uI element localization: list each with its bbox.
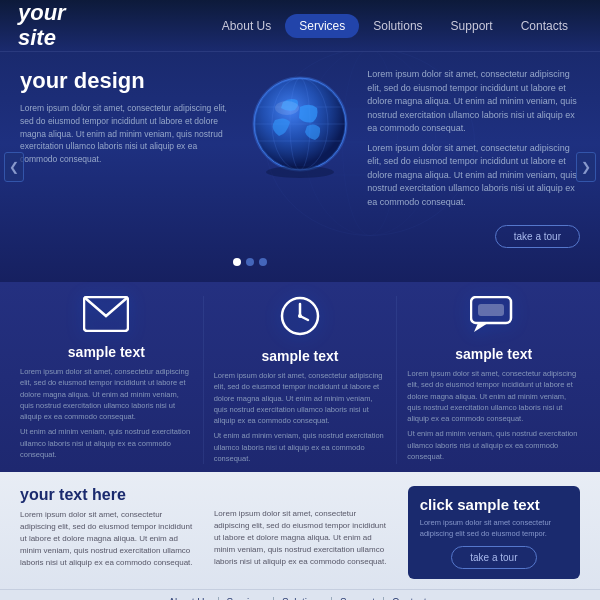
chat-icon [407, 296, 580, 342]
footer-nav: About Us Services Solutions Support Cont… [10, 597, 590, 601]
nav-item-support[interactable]: Support [437, 14, 507, 38]
bottom-section: your text here Lorem ipsum dolor sit ame… [0, 472, 600, 589]
header: your site About Us Services Solutions Su… [0, 0, 600, 52]
footer-nav-services[interactable]: Services [219, 597, 274, 601]
nav-item-solutions[interactable]: Solutions [359, 14, 436, 38]
hero-next-arrow[interactable]: ❯ [576, 152, 596, 182]
bottom-left-title: your text here [20, 486, 198, 504]
feature-text1-1: Lorem ipsum dolor sit amet, consectetur … [20, 366, 193, 422]
nav-item-services[interactable]: Services [285, 14, 359, 38]
hero-tour-button[interactable]: take a tour [495, 225, 580, 248]
features-grid: sample text Lorem ipsum dolor sit amet, … [20, 296, 580, 464]
feature-text1-2: Lorem ipsum dolor sit amet, consectetur … [214, 370, 387, 426]
feature-col-1: sample text Lorem ipsum dolor sit amet, … [20, 296, 204, 464]
hero-dot-2[interactable] [246, 258, 254, 266]
hero-globe-container [233, 68, 367, 182]
hero-right-text2: Lorem ipsum dolor sit amet, consectetur … [367, 142, 580, 210]
hero-dot-3[interactable] [259, 258, 267, 266]
site-logo: your site [18, 1, 66, 49]
hero-section: your design Lorem ipsum dolor sit amet, … [0, 52, 600, 282]
svg-point-16 [266, 166, 334, 178]
globe-icon [245, 72, 355, 182]
feature-col-3: sample text Lorem ipsum dolor sit amet, … [397, 296, 580, 464]
svg-point-14 [275, 101, 299, 115]
footer: About Us Services Solutions Support Cont… [0, 589, 600, 601]
hero-left-column: your design Lorem ipsum dolor sit amet, … [20, 68, 233, 166]
hero-dot-1[interactable] [233, 258, 241, 266]
email-icon [20, 296, 193, 340]
hero-prev-arrow[interactable]: ❮ [4, 152, 24, 182]
hero-pagination [20, 248, 580, 270]
feature-title-1: sample text [20, 344, 193, 360]
footer-nav-solutions[interactable]: Solutions [274, 597, 332, 601]
feature-text2-2: Ut enim ad minim veniam, quis nostrud ex… [214, 430, 387, 464]
footer-nav-contacts[interactable]: Contacts [384, 597, 439, 601]
nav-item-about[interactable]: About Us [208, 14, 285, 38]
bottom-right-text: Lorem ipsum dolor sit amet consectetur a… [420, 517, 568, 540]
feature-text1-3: Lorem ipsum dolor sit amet, consectetur … [407, 368, 580, 424]
footer-nav-about[interactable]: About Us [160, 597, 218, 601]
bottom-right-title: click sample text [420, 496, 540, 513]
nav-item-contacts[interactable]: Contacts [507, 14, 582, 38]
feature-text2-3: Ut enim ad minim veniam, quis nostrud ex… [407, 428, 580, 462]
bottom-left-column: your text here Lorem ipsum dolor sit ame… [20, 486, 214, 579]
feature-title-3: sample text [407, 346, 580, 362]
clock-icon [214, 296, 387, 344]
footer-nav-support[interactable]: Support [332, 597, 384, 601]
bottom-left-text: Lorem ipsum dolor sit amet, consectetur … [20, 509, 198, 569]
hero-title: your design [20, 68, 233, 94]
hero-body-text: Lorem ipsum dolor sit amet, consectetur … [20, 102, 233, 166]
bottom-tour-button[interactable]: take a tour [451, 546, 536, 569]
feature-title-2: sample text [214, 348, 387, 364]
svg-rect-24 [478, 304, 504, 316]
features-section: sample text Lorem ipsum dolor sit amet, … [0, 282, 600, 472]
hero-right-text1: Lorem ipsum dolor sit amet, consectetur … [367, 68, 580, 136]
hero-right-column: Lorem ipsum dolor sit amet, consectetur … [367, 68, 580, 248]
bottom-center-text: Lorem ipsum dolor sit amet, consectetur … [214, 508, 392, 568]
feature-text2-1: Ut enim ad minim veniam, quis nostrud ex… [20, 426, 193, 460]
main-nav: About Us Services Solutions Support Cont… [208, 14, 582, 38]
bottom-center-column: Lorem ipsum dolor sit amet, consectetur … [214, 486, 408, 579]
feature-col-2: sample text Lorem ipsum dolor sit amet, … [204, 296, 398, 464]
svg-marker-23 [474, 323, 488, 332]
svg-point-21 [298, 314, 302, 318]
bottom-right-column: click sample text Lorem ipsum dolor sit … [408, 486, 580, 579]
